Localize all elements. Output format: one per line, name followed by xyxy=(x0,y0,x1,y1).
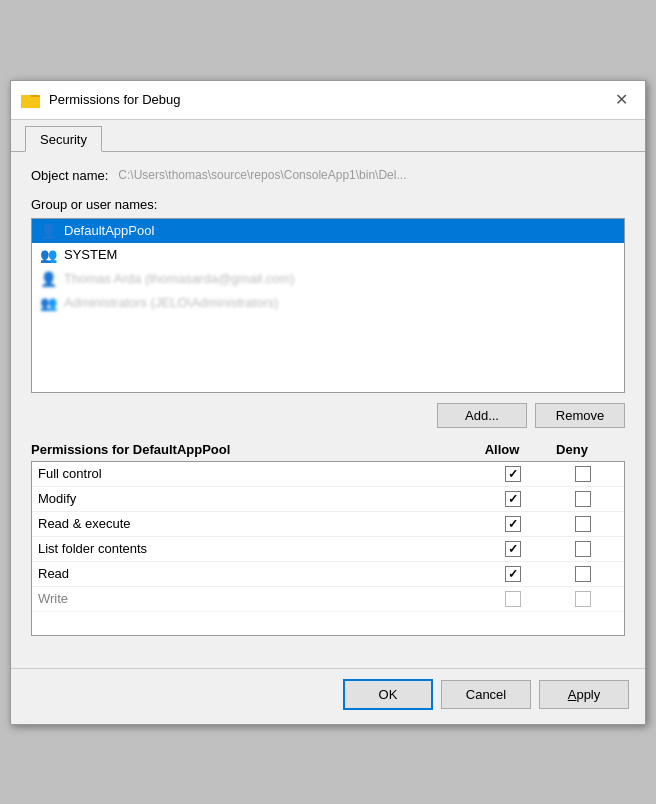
check-allow-fullcontrol[interactable] xyxy=(505,466,521,482)
user-name-thomas: Thomas Arda (thomasarda@gmail.com) xyxy=(64,271,295,286)
user-icon-administrators: 👥 xyxy=(38,295,58,311)
user-icon-defaultapppool: 👤 xyxy=(38,223,58,239)
check-allow-listfolder[interactable] xyxy=(505,541,521,557)
perm-name-readexecute: Read & execute xyxy=(38,516,478,531)
add-button[interactable]: Add... xyxy=(437,403,527,428)
perm-name-write: Write xyxy=(38,591,478,606)
perm-name-fullcontrol: Full control xyxy=(38,466,478,481)
check-deny-listfolder[interactable] xyxy=(575,541,591,557)
perm-row-write: Write xyxy=(32,587,624,612)
svg-rect-2 xyxy=(21,97,40,108)
user-name-system: SYSTEM xyxy=(64,247,117,262)
check-deny-write[interactable] xyxy=(575,591,591,607)
perm-name-listfolder: List folder contents xyxy=(38,541,478,556)
permissions-deny-header: Deny xyxy=(537,442,607,457)
group-section-label: Group or user names: xyxy=(31,197,625,212)
perm-allow-readexecute[interactable] xyxy=(478,516,548,532)
dialog-content: Object name: C:\Users\thomas\source\repo… xyxy=(11,152,645,668)
check-deny-readexecute[interactable] xyxy=(575,516,591,532)
perm-row-fullcontrol: Full control xyxy=(32,462,624,487)
check-allow-write[interactable] xyxy=(505,591,521,607)
user-item-system[interactable]: 👥 SYSTEM xyxy=(32,243,624,267)
permissions-dialog: Permissions for Debug ✕ Security Object … xyxy=(10,80,646,725)
check-deny-modify[interactable] xyxy=(575,491,591,507)
perm-name-modify: Modify xyxy=(38,491,478,506)
add-remove-row: Add... Remove xyxy=(31,403,625,428)
perm-row-read: Read xyxy=(32,562,624,587)
perm-deny-listfolder[interactable] xyxy=(548,541,618,557)
perm-deny-fullcontrol[interactable] xyxy=(548,466,618,482)
perm-name-read: Read xyxy=(38,566,478,581)
permissions-table: Full control Modify Read & execute xyxy=(31,461,625,636)
user-icon-system: 👥 xyxy=(38,247,58,263)
user-item-administrators[interactable]: 👥 Administrators (JELO\Administrators) xyxy=(32,291,624,315)
perm-allow-fullcontrol[interactable] xyxy=(478,466,548,482)
perm-allow-write[interactable] xyxy=(478,591,548,607)
cancel-button[interactable]: Cancel xyxy=(441,680,531,709)
user-item-defaultapppool[interactable]: 👤 DefaultAppPool xyxy=(32,219,624,243)
users-list: 👤 DefaultAppPool 👥 SYSTEM 👤 Thomas Arda … xyxy=(31,218,625,393)
apply-underline-a: Apply xyxy=(568,687,601,702)
dialog-footer: OK Cancel Apply xyxy=(11,668,645,724)
permissions-for-label: Permissions for DefaultAppPool xyxy=(31,442,467,457)
check-allow-modify[interactable] xyxy=(505,491,521,507)
permissions-header: Permissions for DefaultAppPool Allow Den… xyxy=(31,442,625,457)
close-button[interactable]: ✕ xyxy=(607,89,635,111)
perm-allow-listfolder[interactable] xyxy=(478,541,548,557)
check-allow-read[interactable] xyxy=(505,566,521,582)
title-bar: Permissions for Debug ✕ xyxy=(11,81,645,120)
perm-row-modify: Modify xyxy=(32,487,624,512)
tab-security[interactable]: Security xyxy=(25,126,102,152)
apply-button[interactable]: Apply xyxy=(539,680,629,709)
object-name-value: C:\Users\thomas\source\repos\ConsoleApp1… xyxy=(118,168,625,182)
check-deny-fullcontrol[interactable] xyxy=(575,466,591,482)
perm-deny-write[interactable] xyxy=(548,591,618,607)
tab-bar: Security xyxy=(11,120,645,152)
perm-deny-read[interactable] xyxy=(548,566,618,582)
dialog-title: Permissions for Debug xyxy=(49,92,607,107)
permissions-allow-header: Allow xyxy=(467,442,537,457)
perm-row-readexecute: Read & execute xyxy=(32,512,624,537)
perm-deny-modify[interactable] xyxy=(548,491,618,507)
perm-allow-read[interactable] xyxy=(478,566,548,582)
user-name-defaultapppool: DefaultAppPool xyxy=(64,223,154,238)
perm-deny-readexecute[interactable] xyxy=(548,516,618,532)
user-name-administrators: Administrators (JELO\Administrators) xyxy=(64,295,279,310)
check-deny-read[interactable] xyxy=(575,566,591,582)
object-name-row: Object name: C:\Users\thomas\source\repo… xyxy=(31,168,625,183)
object-name-label: Object name: xyxy=(31,168,108,183)
check-allow-readexecute[interactable] xyxy=(505,516,521,532)
ok-button[interactable]: OK xyxy=(343,679,433,710)
perm-allow-modify[interactable] xyxy=(478,491,548,507)
perm-row-listfolder: List folder contents xyxy=(32,537,624,562)
remove-button[interactable]: Remove xyxy=(535,403,625,428)
folder-icon xyxy=(21,90,41,110)
user-icon-thomas: 👤 xyxy=(38,271,58,287)
user-item-thomas[interactable]: 👤 Thomas Arda (thomasarda@gmail.com) xyxy=(32,267,624,291)
